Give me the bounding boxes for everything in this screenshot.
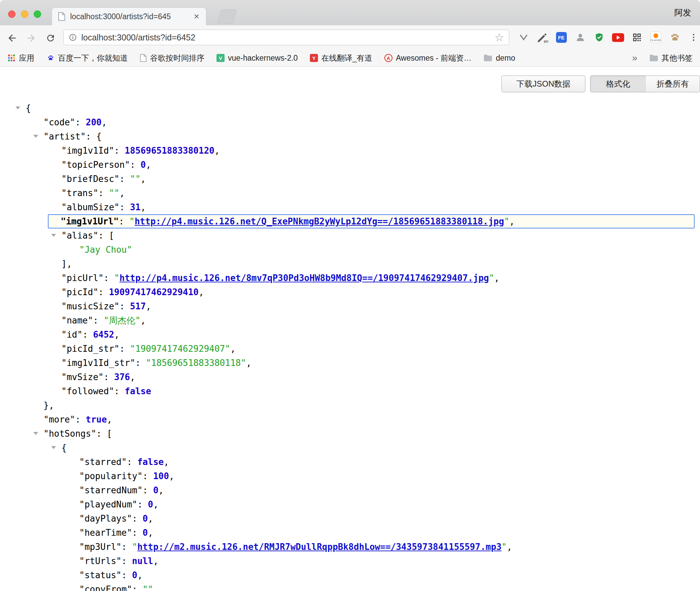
json-line: "img1v1Id": 18569651883380120, bbox=[0, 144, 700, 158]
json-line: "artist": { bbox=[0, 129, 700, 144]
qr-code-extension-icon[interactable] bbox=[631, 31, 643, 44]
browser-toolbar: localhost:3000/artists?id=6452 ☆ en FE bbox=[0, 25, 700, 50]
json-line: "popularity": 100, bbox=[0, 469, 700, 483]
player-dot-icon bbox=[653, 33, 658, 38]
zoom-window-button[interactable] bbox=[34, 10, 41, 18]
json-line: "trans": "", bbox=[0, 186, 700, 200]
forward-arrow-icon bbox=[26, 33, 36, 43]
json-line: "mvSize": 376, bbox=[0, 370, 700, 384]
tab-title: localhost:3000/artists?id=645 bbox=[70, 12, 193, 21]
json-line: "picId_str": "19097417462929407", bbox=[0, 342, 700, 356]
collapse-toggle-icon[interactable] bbox=[16, 106, 20, 110]
page-favicon-icon bbox=[58, 12, 65, 21]
bookmark-label: Awesomes - 前端资… bbox=[396, 53, 472, 63]
person-extension-icon[interactable] bbox=[574, 31, 586, 44]
collapse-all-button[interactable]: 折叠所有 bbox=[646, 75, 700, 92]
youdao-pen-extension-icon[interactable]: en bbox=[536, 31, 549, 44]
apps-grid-icon bbox=[7, 54, 16, 62]
player-extension-icon[interactable]: PLAYER bbox=[649, 31, 662, 44]
bookmark-vue-hackernews[interactable]: V vue-hackernews-2.0 bbox=[216, 54, 298, 63]
json-line: { bbox=[0, 101, 700, 115]
page-content: 下载JSON数据 格式化 折叠所有 {"code": 200,"artist":… bbox=[0, 67, 700, 591]
tab-close-icon[interactable]: × bbox=[193, 12, 200, 21]
folder-icon bbox=[484, 54, 492, 62]
vue-icon: V bbox=[216, 54, 225, 62]
json-url-link[interactable]: http://p4.music.126.net/Q_ExePNkmgB2yWyL… bbox=[135, 216, 504, 226]
json-url-link[interactable]: http://m2.music.126.net/RMJR7wDullRqppBk… bbox=[137, 542, 501, 552]
bookmark-youdao-translate[interactable]: Y 在线翻译_有道 bbox=[310, 53, 372, 63]
window-controls bbox=[8, 10, 41, 18]
address-bar[interactable]: localhost:3000/artists?id=6452 ☆ bbox=[63, 30, 509, 45]
paw-extension-icon[interactable] bbox=[668, 31, 681, 44]
forward-button[interactable] bbox=[24, 31, 38, 45]
new-tab-button[interactable] bbox=[217, 9, 237, 24]
bookmark-baidu[interactable]: 百度一下，你就知道 bbox=[47, 53, 128, 63]
bookmark-apps[interactable]: 应用 bbox=[7, 53, 34, 63]
json-url-link[interactable]: http://p4.music.126.net/8mv7qP30Pd3oHW8b… bbox=[119, 273, 489, 283]
json-line: "briefDesc": "", bbox=[0, 172, 700, 186]
bookmark-label: 谷歌按时间排序 bbox=[150, 53, 204, 63]
chrome-menu-button[interactable] bbox=[687, 31, 700, 44]
json-line: "Jay Chou" bbox=[0, 243, 700, 257]
collapse-toggle-icon[interactable] bbox=[33, 432, 38, 435]
json-line-highlighted: "img1v1Url": "http://p4.music.126.net/Q_… bbox=[48, 214, 695, 228]
bookmark-google-sort[interactable]: 谷歌按时间排序 bbox=[140, 53, 204, 63]
json-line: "picUrl": "http://p4.music.126.net/8mv7q… bbox=[0, 271, 700, 285]
json-line: "rtUrls": null, bbox=[0, 554, 700, 568]
browser-window: localhost:3000/artists?id=645 × 阿发 local… bbox=[0, 0, 700, 591]
minimize-window-button[interactable] bbox=[21, 10, 28, 18]
shield-extension-icon[interactable] bbox=[593, 31, 605, 44]
fe-extension-icon[interactable]: FE bbox=[555, 31, 567, 44]
back-arrow-icon bbox=[7, 33, 18, 43]
json-line: "albumSize": 31, bbox=[0, 200, 700, 214]
download-json-button[interactable]: 下载JSON数据 bbox=[501, 75, 585, 92]
bookmarks-overflow-chevron[interactable]: » bbox=[632, 53, 637, 63]
json-line: "musicSize": 517, bbox=[0, 299, 700, 313]
page-icon bbox=[140, 54, 147, 62]
browser-tab[interactable]: localhost:3000/artists?id=645 × bbox=[52, 8, 206, 25]
caret-extension-icon[interactable] bbox=[517, 31, 530, 44]
reload-button[interactable] bbox=[44, 31, 57, 45]
format-button[interactable]: 格式化 bbox=[590, 75, 646, 92]
json-line: "name": "周杰伦", bbox=[0, 313, 700, 328]
bookmarks-bar: 应用 百度一下，你就知道 谷歌按时间排序 V vue-hackernews-2.… bbox=[0, 50, 700, 67]
url-text[interactable]: localhost:3000/artists?id=6452 bbox=[81, 33, 494, 42]
reload-icon bbox=[46, 33, 56, 43]
json-line: }, bbox=[0, 398, 700, 412]
json-line: "alias": [ bbox=[0, 228, 700, 243]
json-line: "followed": false bbox=[0, 384, 700, 398]
json-viewer: {"code": 200,"artist": {"img1v1Id": 1856… bbox=[0, 101, 700, 591]
close-window-button[interactable] bbox=[8, 10, 16, 18]
collapse-toggle-icon[interactable] bbox=[51, 234, 56, 237]
collapse-toggle-icon[interactable] bbox=[33, 135, 38, 138]
svg-text:en: en bbox=[544, 39, 548, 43]
json-line: ], bbox=[0, 257, 700, 271]
json-line: "dayPlays": 0, bbox=[0, 511, 700, 526]
bookmark-demo-folder[interactable]: demo bbox=[484, 54, 515, 63]
json-line: "mp3Url": "http://m2.music.126.net/RMJR7… bbox=[0, 540, 700, 554]
json-line: "more": true, bbox=[0, 412, 700, 427]
json-line: "playedNum": 0, bbox=[0, 497, 700, 511]
json-line: "copyFrom": "", bbox=[0, 582, 700, 591]
profile-name: 阿发 bbox=[674, 0, 691, 25]
json-line: "starred": false, bbox=[0, 455, 700, 469]
json-line: "code": 200, bbox=[0, 115, 700, 129]
json-line: "status": 0, bbox=[0, 568, 700, 582]
info-icon[interactable] bbox=[68, 33, 77, 42]
other-bookmarks-folder[interactable]: 其他书签 bbox=[649, 53, 693, 63]
bookmark-label: 在线翻译_有道 bbox=[321, 53, 372, 63]
extensions-row: en FE PLAYER bbox=[517, 25, 700, 50]
json-line: "hearTime": 0, bbox=[0, 526, 700, 540]
json-line: "picId": 19097417462929410, bbox=[0, 285, 700, 299]
back-button[interactable] bbox=[5, 31, 19, 45]
json-line: "topicPerson": 0, bbox=[0, 158, 700, 172]
bookmark-label: 百度一下，你就知道 bbox=[58, 53, 128, 63]
bookmark-label: 其他书签 bbox=[662, 53, 693, 63]
json-line: "img1v1Id_str": "18569651883380118", bbox=[0, 356, 700, 370]
bookmark-label: vue-hackernews-2.0 bbox=[228, 54, 298, 63]
bookmark-star-icon[interactable]: ☆ bbox=[494, 32, 504, 43]
youtube-extension-icon[interactable] bbox=[612, 31, 624, 44]
collapse-toggle-icon[interactable] bbox=[51, 446, 56, 449]
tab-strip: localhost:3000/artists?id=645 × 阿发 bbox=[0, 0, 700, 25]
bookmark-awesomes[interactable]: A Awesomes - 前端资… bbox=[384, 53, 472, 63]
